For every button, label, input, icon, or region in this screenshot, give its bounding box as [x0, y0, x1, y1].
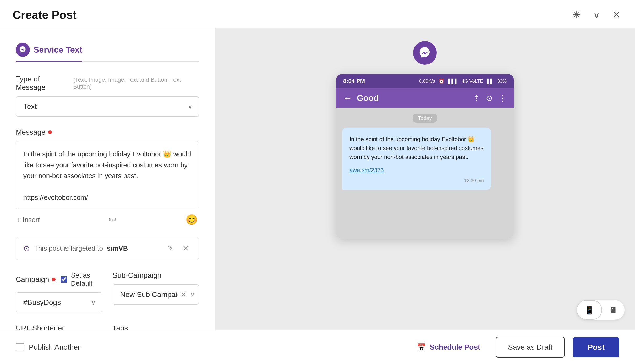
phone-status-bar: 8:04 PM 0.00K/s ⏰ ▌▌▌ 4G VoLTE ▌▌ 33% — [336, 74, 514, 88]
campaign-label-row: Campaign Set as Default — [16, 271, 102, 288]
sub-campaign-clear-button[interactable]: ✕ — [180, 290, 186, 299]
target-name: simVB — [107, 244, 128, 252]
viber-logo-preview — [413, 41, 437, 65]
url-shortener-col: URL Shortener ∨ — [16, 324, 102, 330]
phone-time: 8:04 PM — [343, 78, 365, 85]
message-textarea[interactable]: In the spirit of the upcoming holiday Ev… — [16, 141, 199, 209]
set-as-default-label[interactable]: Set as Default — [61, 271, 102, 288]
viber-preview-icon-svg — [418, 46, 432, 60]
target-edit-button[interactable]: ✎ — [165, 243, 176, 254]
phone-message-text: In the spirit of the upcoming holiday Ev… — [349, 136, 483, 160]
phone-battery: 33% — [497, 79, 507, 84]
phone-nav-actions: ⇡ ⊙ ⋮ — [473, 93, 507, 103]
close-icon-button[interactable]: ✕ — [610, 7, 622, 23]
campaign-select[interactable]: #BusyDogs — [16, 292, 102, 312]
phone-message-link: awe.sm/2373 — [349, 166, 484, 175]
type-of-message-select[interactable]: Text Image Image, Text and Button Text B… — [16, 96, 199, 117]
type-of-message-group: Type of Message (Text, Image, Image, Tex… — [16, 75, 199, 117]
type-of-message-select-wrapper: Text Image Image, Text and Button Text B… — [16, 96, 199, 117]
modal-title: Create Post — [13, 8, 77, 21]
chevron-down-icon-button[interactable]: ∨ — [591, 7, 602, 23]
url-tags-row: URL Shortener ∨ Tags — [16, 324, 199, 330]
modal-footer: Publish Another 📅 Schedule Post Save as … — [0, 330, 635, 364]
phone-date-label: Today — [413, 114, 437, 123]
set-as-default-checkbox[interactable] — [61, 275, 67, 284]
target-row: ⊙ This post is targeted to simVB ✎ ✕ — [16, 237, 199, 260]
desktop-icon: 🖥 — [609, 306, 617, 315]
campaign-label: Campaign — [16, 275, 56, 284]
publish-another-checkbox[interactable] — [16, 343, 24, 351]
sub-campaign-select-wrapper: New Sub Campaign ✕ ∨ — [113, 284, 199, 305]
phone-nav-back: ← Good — [343, 93, 379, 103]
message-footer: + Insert 822 😊 — [16, 214, 199, 225]
phone-network-info: 0.00K/s — [419, 79, 435, 84]
target-icon: ⊙ — [23, 244, 30, 253]
pin-icon-button[interactable]: ✳ — [571, 7, 583, 23]
tab-container: Service Text — [16, 38, 199, 62]
tags-col: Tags ∨ — [113, 324, 199, 330]
char-count: 822 — [109, 217, 116, 222]
header-actions: ✳ ∨ ✕ — [571, 7, 622, 23]
publish-another-row: Publish Another — [16, 343, 80, 351]
sub-campaign-label: Sub-Campaign — [113, 271, 199, 280]
sub-campaign-col: Sub-Campaign New Sub Campaign ✕ ∨ — [113, 271, 199, 312]
desktop-view-button[interactable]: 🖥 — [602, 300, 625, 320]
post-button[interactable]: Post — [573, 337, 619, 357]
message-label: Message — [16, 128, 199, 136]
phone-share-icon: ⇡ — [473, 93, 480, 103]
phone-signal-bars-icon: ▌▌ — [487, 79, 494, 84]
phone-chat-area: Today In the spirit of the upcoming holi… — [336, 108, 514, 239]
campaign-col: Campaign Set as Default #BusyDogs ∨ — [16, 271, 102, 312]
phone-status-icons: 0.00K/s ⏰ ▌▌▌ 4G VoLTE ▌▌ 33% — [419, 78, 507, 84]
message-required-dot — [48, 130, 52, 134]
left-panel: Service Text Type of Message (Text, Imag… — [0, 28, 215, 330]
phone-network-bars-icon: ▌▌▌ — [448, 79, 458, 84]
modal-header: Create Post ✳ ∨ ✕ — [0, 0, 635, 28]
phone-message-time: 12:30 pm — [349, 177, 484, 185]
mobile-view-button[interactable]: 📱 — [577, 300, 602, 320]
view-toggle: 📱 🖥 — [577, 300, 625, 320]
campaign-row: Campaign Set as Default #BusyDogs ∨ — [16, 271, 199, 312]
viber-tab-icon — [16, 43, 30, 57]
phone-alarm-icon: ⏰ — [439, 78, 444, 84]
target-close-button[interactable]: ✕ — [180, 243, 191, 254]
phone-network-type: 4G VoLTE — [462, 79, 483, 84]
target-text: This post is targeted to simVB — [34, 244, 160, 252]
viber-icon-svg — [19, 46, 27, 54]
phone-mockup: 8:04 PM 0.00K/s ⏰ ▌▌▌ 4G VoLTE ▌▌ 33% ← … — [336, 74, 514, 239]
campaign-select-wrapper: #BusyDogs ∨ — [16, 292, 102, 312]
modal-body: Service Text Type of Message (Text, Imag… — [0, 28, 635, 330]
message-group: Message In the spirit of the upcoming ho… — [16, 128, 199, 225]
right-panel: 8:04 PM 0.00K/s ⏰ ▌▌▌ 4G VoLTE ▌▌ 33% ← … — [215, 28, 635, 330]
insert-button[interactable]: + Insert — [17, 216, 40, 224]
phone-nav-title: Good — [357, 93, 379, 103]
tab-service-text[interactable]: Service Text — [16, 38, 82, 62]
mobile-icon: 📱 — [584, 305, 594, 315]
modal-container: Create Post ✳ ∨ ✕ Service Text — [0, 0, 635, 364]
phone-chat-date: Today — [342, 115, 508, 121]
schedule-post-button[interactable]: 📅 Schedule Post — [409, 338, 488, 357]
emoji-picker-icon[interactable]: 😊 — [185, 214, 198, 225]
save-as-draft-button[interactable]: Save as Draft — [496, 337, 565, 358]
campaign-required-dot — [52, 278, 56, 281]
tags-label: Tags — [113, 324, 199, 330]
phone-more-icon: ⋮ — [499, 93, 507, 103]
tab-service-text-label: Service Text — [34, 45, 82, 55]
phone-viber-circle-icon: ⊙ — [486, 93, 492, 103]
back-arrow-icon: ← — [343, 93, 352, 103]
type-of-message-hint: (Text, Image, Image, Text and Button, Te… — [73, 76, 199, 90]
type-of-message-label: Type of Message (Text, Image, Image, Tex… — [16, 75, 199, 92]
calendar-icon: 📅 — [417, 343, 426, 352]
publish-another-label[interactable]: Publish Another — [29, 343, 80, 351]
url-shortener-label: URL Shortener — [16, 324, 102, 330]
phone-nav-bar: ← Good ⇡ ⊙ ⋮ — [336, 88, 514, 108]
phone-message-bubble: In the spirit of the upcoming holiday Ev… — [342, 128, 491, 190]
